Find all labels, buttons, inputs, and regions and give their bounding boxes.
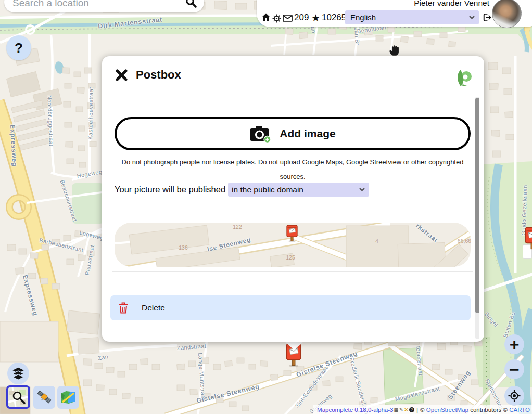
cross-icon: ✕: [404, 407, 409, 412]
satellite-icon: [36, 390, 52, 405]
contributors-text: contributors ©: [470, 407, 508, 413]
crosshair-icon: [508, 390, 521, 402]
zoom-out-button[interactable]: −: [504, 359, 524, 379]
settings-gear-icon[interactable]: [272, 14, 281, 23]
messages-icon[interactable]: [283, 15, 293, 22]
copyright-symbol: ©: [420, 407, 424, 413]
language-picker: English: [345, 10, 479, 24]
geolocate-button[interactable]: [504, 386, 524, 406]
attribution-bar: Mapcomplete 0.18.0-alpha-3 ▦ ✎ ✕ ? | © O…: [313, 405, 532, 414]
layers-icon: [11, 367, 25, 380]
dialog-title: Postbox: [136, 68, 181, 82]
divider: [112, 271, 473, 272]
app: Dirk MartensstraatcklaanJan BrBenoîtlaan…: [0, 0, 532, 414]
search-input[interactable]: [4, 0, 185, 10]
search-bar: [4, 0, 204, 12]
carto-link[interactable]: CARTO: [509, 407, 530, 413]
language-select[interactable]: English: [345, 10, 479, 24]
info-circle-icon: ?: [409, 407, 414, 412]
scrollbar-thumb[interactable]: [475, 98, 479, 313]
trash-icon: [119, 302, 128, 314]
divider: [112, 217, 473, 217]
map-style-icon: [60, 390, 76, 405]
help-label: ?: [15, 40, 23, 56]
license-line: Your picture will be published in the pu…: [115, 183, 369, 197]
openstreetmap-link[interactable]: OpenStreetMap: [426, 407, 468, 413]
license-select[interactable]: in the public domain: [228, 183, 369, 197]
separator: |: [416, 407, 418, 413]
close-icon[interactable]: [116, 69, 128, 81]
star-icon: ★: [311, 12, 320, 24]
stats-icon: ▦: [394, 407, 399, 412]
logout-icon[interactable]: [482, 12, 491, 22]
help-button[interactable]: ?: [6, 35, 31, 60]
basemap-osm-button[interactable]: [6, 385, 30, 409]
popup-pointer: [284, 341, 304, 350]
image-disclaimer: Do not photograph people nor license pla…: [120, 155, 465, 184]
mapcomplete-logo-icon: [455, 69, 473, 88]
add-image-button[interactable]: Add image: [115, 117, 471, 150]
location-minimap[interactable]: 122136125466;66lse Steenwegrkstraat: [115, 223, 471, 267]
postbox-dialog: Postbox Add image Do not photograph peop…: [102, 56, 484, 342]
basemap-satellite-button[interactable]: [33, 386, 55, 409]
add-image-label: Add image: [280, 127, 335, 140]
mapcomplete-version-link[interactable]: Mapcomplete 0.18.0-alpha-3: [317, 407, 393, 413]
search-icon[interactable]: [185, 0, 197, 8]
osm-map-icon: [8, 387, 28, 407]
postbox-marker-mini: [286, 224, 298, 243]
pencil-icon: ✎: [399, 407, 403, 412]
layers-button[interactable]: [7, 363, 29, 384]
dialog-header: Postbox: [102, 56, 484, 94]
camera-plus-icon: [249, 125, 271, 143]
zoom-in-button[interactable]: +: [504, 334, 524, 354]
delete-button[interactable]: Delete: [110, 295, 471, 320]
star-count[interactable]: 10265: [322, 12, 346, 23]
license-prefix: Your picture will be published: [115, 185, 225, 195]
postbox-marker-right[interactable]: [525, 227, 532, 251]
delete-label: Delete: [142, 303, 165, 313]
basemap-style-button[interactable]: [57, 386, 79, 409]
message-count[interactable]: 209: [294, 12, 309, 23]
username[interactable]: Pieter vander Vennet: [414, 0, 489, 8]
home-icon[interactable]: [261, 12, 271, 22]
